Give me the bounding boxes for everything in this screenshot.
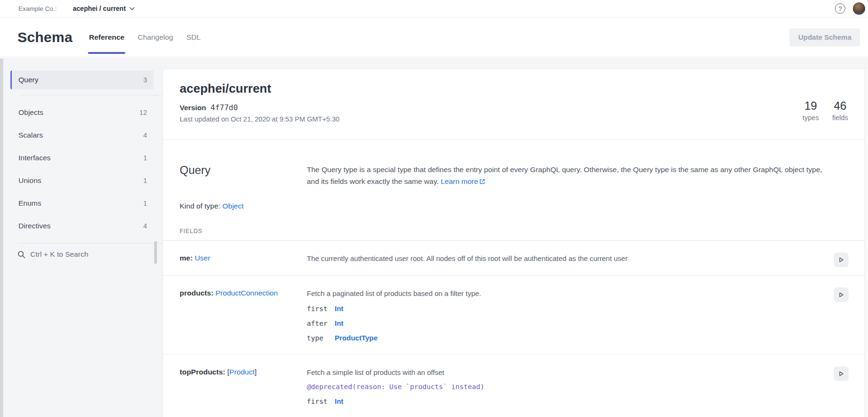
argument-row: afterInt xyxy=(307,319,825,327)
argument-name: after xyxy=(307,320,335,327)
last-updated-label: Last updated on Oct 21, 2020 at 9:53 PM … xyxy=(180,115,847,123)
fields-section-label: FIELDS xyxy=(163,228,868,235)
search-icon xyxy=(17,251,26,259)
graph-picker-dropdown[interactable]: acephei / current xyxy=(73,5,135,12)
type-name-column: Query xyxy=(180,164,307,187)
sidebar-item-unions[interactable]: Unions1 xyxy=(10,169,154,192)
field-list: me: UserThe currently authenticated user… xyxy=(163,241,868,417)
sidebar-item-label: Unions xyxy=(18,176,41,185)
graph-title: acephei/current xyxy=(180,81,847,96)
tab-changelog[interactable]: Changelog xyxy=(137,17,174,57)
left-scrollbar[interactable] xyxy=(0,59,3,417)
sidebar-item-count: 3 xyxy=(143,76,147,84)
field-name: topProducts: xyxy=(180,368,227,376)
argument-row: firstInt xyxy=(307,397,825,405)
field-type-link[interactable]: ProductConnection xyxy=(216,289,278,297)
sidebar-item-count: 12 xyxy=(139,109,147,116)
sidebar-item-label: Enums xyxy=(18,199,41,208)
version-line: Version 4f77d0 xyxy=(180,103,847,112)
schema-reference-card: acephei/current Version 4f77d0 Last upda… xyxy=(163,69,868,417)
page-title: Schema xyxy=(17,29,72,45)
field-type-link[interactable]: Product xyxy=(229,368,254,376)
external-link-icon xyxy=(479,179,485,184)
field-signature: topProducts: [Product] xyxy=(180,368,307,405)
field-name: me: xyxy=(180,254,195,262)
play-icon xyxy=(838,292,844,298)
kind-value-link[interactable]: Object xyxy=(222,202,243,210)
field-description: Fetch a simple list of products with an … xyxy=(307,368,825,377)
run-in-explorer-button[interactable] xyxy=(834,366,849,381)
argument-type-link[interactable]: ProductType xyxy=(335,334,378,342)
chevron-down-icon xyxy=(130,7,135,10)
sidebar-item-count: 1 xyxy=(143,154,147,162)
update-schema-button[interactable]: Update Schema xyxy=(790,28,860,46)
sidebar-item-enums[interactable]: Enums1 xyxy=(10,192,154,215)
learn-more-link[interactable]: Learn more xyxy=(441,177,485,185)
kind-label: Kind of type: xyxy=(180,202,222,210)
sidebar-item-objects[interactable]: Objects12 xyxy=(10,101,154,124)
help-icon[interactable]: ? xyxy=(835,3,845,14)
content-scrollbar-thumb[interactable] xyxy=(154,241,157,264)
sidebar-item-label: Objects xyxy=(18,108,43,117)
stat-types: 19types xyxy=(802,99,819,122)
field-row: products: ProductConnectionFetch a pagin… xyxy=(163,276,868,355)
org-label: Example Co.: xyxy=(18,5,57,12)
top-bar: Example Co.: acephei / current ? xyxy=(0,0,868,17)
page-header: Schema ReferenceChangelogSDL Update Sche… xyxy=(0,17,868,57)
argument-type-link[interactable]: Int xyxy=(335,319,343,327)
argument-row: typeProductType xyxy=(307,334,825,342)
stat-fields: 46fields xyxy=(832,99,848,122)
type-header: Query The Query type is a special type t… xyxy=(163,140,868,187)
schema-stats: 19types46fields xyxy=(802,99,848,122)
sidebar-divider xyxy=(18,243,162,243)
sidebar-item-count: 1 xyxy=(143,177,147,184)
field-signature: me: User xyxy=(180,254,307,263)
stat-label: types xyxy=(802,114,819,122)
argument-name: type xyxy=(307,334,335,342)
tab-bar: ReferenceChangelogSDL xyxy=(88,17,201,57)
graph-picker-label: acephei / current xyxy=(73,5,126,12)
field-body: Fetch a simple list of products with an … xyxy=(307,368,825,405)
sidebar-item-query[interactable]: Query3 xyxy=(10,70,154,89)
field-row: me: UserThe currently authenticated user… xyxy=(163,241,868,276)
sidebar-item-label: Directives xyxy=(18,222,51,230)
sidebar-divider xyxy=(18,95,162,96)
stat-label: fields xyxy=(832,114,848,122)
user-avatar[interactable] xyxy=(853,2,865,15)
field-body: The currently authenticated user root. A… xyxy=(307,254,825,263)
sidebar-item-label: Scalars xyxy=(18,131,43,139)
schema-sidebar: Query3Objects12Scalars4Interfaces1Unions… xyxy=(0,58,163,417)
field-row: topProducts: [Product]Fetch a simple lis… xyxy=(163,355,868,417)
sidebar-item-interfaces[interactable]: Interfaces1 xyxy=(10,147,154,169)
play-icon xyxy=(838,371,844,377)
field-description: The currently authenticated user root. A… xyxy=(307,254,825,263)
argument-name: first xyxy=(307,398,335,405)
field-type-link[interactable]: User xyxy=(195,254,210,262)
graph-summary-header: acephei/current Version 4f77d0 Last upda… xyxy=(163,69,868,140)
card-scrollbar[interactable] xyxy=(865,69,868,417)
argument-name: first xyxy=(307,305,335,313)
sidebar-item-scalars[interactable]: Scalars4 xyxy=(10,124,154,147)
field-body: Fetch a paginated list of products based… xyxy=(307,289,825,342)
type-name: Query xyxy=(180,164,307,177)
tab-sdl[interactable]: SDL xyxy=(185,17,201,57)
tab-reference[interactable]: Reference xyxy=(88,17,125,57)
argument-type-link[interactable]: Int xyxy=(335,397,343,405)
sidebar-item-directives[interactable]: Directives4 xyxy=(10,215,154,237)
run-in-explorer-button[interactable] xyxy=(834,252,849,267)
stat-value: 19 xyxy=(802,99,819,113)
search-trigger[interactable]: Ctrl + K to Search xyxy=(10,250,163,259)
type-bracket: ] xyxy=(254,368,256,376)
body-region: Query3Objects12Scalars4Interfaces1Unions… xyxy=(0,58,868,417)
field-signature: products: ProductConnection xyxy=(180,289,307,342)
argument-type-link[interactable]: Int xyxy=(335,304,343,313)
deprecated-directive: @deprecated(reason: Use `products` inste… xyxy=(307,383,825,391)
kind-of-type-row: Kind of type: Object xyxy=(163,202,868,210)
sidebar-item-count: 4 xyxy=(143,131,147,139)
field-name: products: xyxy=(180,289,216,297)
type-description: The Query type is a special type that de… xyxy=(307,164,825,187)
sidebar-item-count: 1 xyxy=(143,200,147,207)
stat-value: 46 xyxy=(832,99,848,113)
sidebar-item-label: Query xyxy=(18,76,38,84)
run-in-explorer-button[interactable] xyxy=(834,287,849,302)
